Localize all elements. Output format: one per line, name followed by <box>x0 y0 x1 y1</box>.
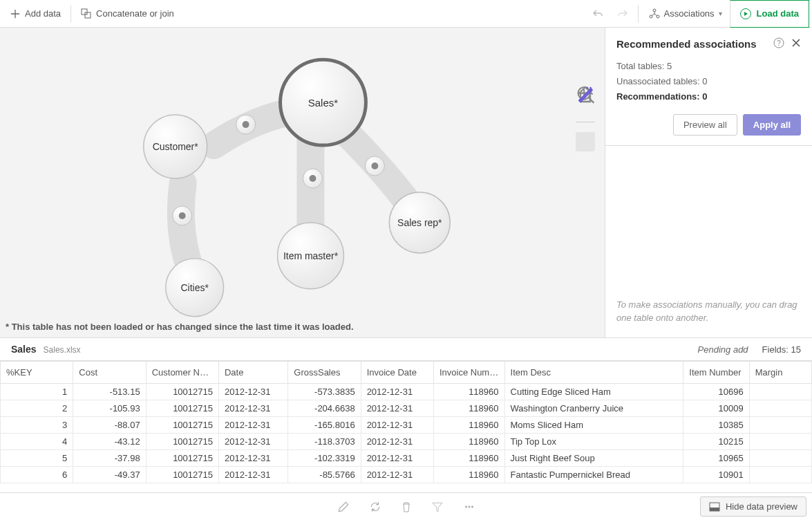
table-cell: 2012-12-31 <box>218 400 287 417</box>
table-cell <box>749 400 811 417</box>
help-icon[interactable]: ? <box>773 37 784 50</box>
table-cell: Washington Cranberry Juice <box>504 400 683 417</box>
unassociated-value: 0 <box>702 76 707 86</box>
table-cell: -204.6638 <box>288 400 361 417</box>
column-header[interactable]: Date <box>218 362 287 384</box>
tables-icon <box>81 8 92 19</box>
associations-icon <box>649 8 660 19</box>
plus-icon <box>10 8 21 19</box>
table-cell <box>749 434 811 450</box>
column-header[interactable]: Invoice Date <box>361 362 433 384</box>
table-cell: -37.98 <box>73 450 146 467</box>
table-cell: -165.8016 <box>288 417 361 434</box>
column-header[interactable]: Cost <box>73 362 146 384</box>
table-cell: Just Right Beef Soup <box>504 450 683 467</box>
preview-all-button[interactable]: Preview all <box>673 114 737 136</box>
table-cell: 2012-12-31 <box>361 467 433 483</box>
panel-hint: To make associations manually, you can d… <box>605 289 812 337</box>
table-cell: 2012-12-31 <box>361 400 433 417</box>
table-cell: 10012715 <box>146 467 218 483</box>
table-cell: 10012715 <box>146 450 218 467</box>
table-cell: Cutting Edge Sliced Ham <box>504 384 683 400</box>
preview-title: Sales <box>11 344 37 355</box>
table-row[interactable]: 3-88.07100127152012-12-31-165.80162012-1… <box>1 417 812 434</box>
table-cell: 2012-12-31 <box>218 434 287 450</box>
svg-point-22 <box>465 505 467 508</box>
svg-rect-0 <box>82 9 87 15</box>
table-cell <box>749 417 811 434</box>
magic-wand-icon[interactable] <box>576 132 595 151</box>
table-row[interactable]: 5-37.98100127152012-12-31-102.33192012-1… <box>1 450 812 467</box>
table-cell: 2012-12-31 <box>218 450 287 467</box>
table-cell: 4 <box>1 434 73 450</box>
redo-button[interactable] <box>610 4 635 24</box>
node-sales[interactable]: Sales* <box>308 97 338 109</box>
recommendations-panel: Recommended associations ? Total tables:… <box>605 28 812 337</box>
column-header[interactable]: Customer N… <box>146 362 218 384</box>
recommendations-label: Recommendations: <box>616 91 700 102</box>
table-cell: 10215 <box>683 434 749 450</box>
table-cell <box>749 467 811 483</box>
add-data-button[interactable]: Add data <box>3 4 68 24</box>
table-cell: 2012-12-31 <box>361 450 433 467</box>
separator <box>70 5 71 23</box>
concatenate-join-label: Concatenate or join <box>96 8 174 19</box>
separator <box>638 5 639 23</box>
svg-point-24 <box>471 505 473 508</box>
associations-dropdown[interactable]: Associations ▾ <box>641 3 730 24</box>
table-cell: 3 <box>1 417 73 434</box>
close-icon[interactable] <box>791 38 801 50</box>
node-cities[interactable]: Cities* <box>180 282 209 293</box>
table-cell: 118960 <box>433 450 504 467</box>
svg-point-2 <box>653 9 656 12</box>
column-header[interactable]: Item Desc <box>504 362 683 384</box>
preview-action-bar: Hide data preview <box>0 492 812 520</box>
fields-value: 15 <box>791 344 801 355</box>
table-cell: 2012-12-31 <box>361 417 433 434</box>
table-cell: -88.07 <box>73 417 146 434</box>
table-cell: 1 <box>1 384 73 400</box>
table-row[interactable]: 2-105.93100127152012-12-31-204.66382012-… <box>1 400 812 417</box>
node-sales-rep[interactable]: Sales rep* <box>397 217 442 228</box>
column-header[interactable]: GrossSales <box>288 362 361 384</box>
preview-table: %KEYCostCustomer N…DateGrossSalesInvoice… <box>0 361 812 483</box>
table-row[interactable]: 6-49.37100127152012-12-31-85.57662012-12… <box>1 467 812 483</box>
hide-data-preview-button[interactable]: Hide data preview <box>700 496 806 517</box>
svg-point-10 <box>371 162 378 169</box>
table-cell: 10385 <box>683 417 749 434</box>
more-icon[interactable] <box>463 501 475 513</box>
table-cell: 118960 <box>433 434 504 450</box>
table-cell: -573.3835 <box>288 384 361 400</box>
table-cell: -43.12 <box>73 434 146 450</box>
table-row[interactable]: 4-43.12100127152012-12-31-118.37032012-1… <box>1 434 812 450</box>
table-cell: 2012-12-31 <box>218 417 287 434</box>
column-header[interactable]: Invoice Num… <box>433 362 504 384</box>
load-data-label: Load data <box>757 8 799 19</box>
column-header[interactable]: Margin <box>749 362 811 384</box>
filter-icon[interactable] <box>431 501 444 513</box>
table-cell: 5 <box>1 450 73 467</box>
refresh-icon[interactable] <box>369 501 381 513</box>
associations-canvas[interactable]: Sales* Customer* Item master* Sales rep*… <box>0 28 605 337</box>
concatenate-join-button[interactable]: Concatenate or join <box>74 4 181 24</box>
table-cell: 10965 <box>683 450 749 467</box>
node-item-master[interactable]: Item master* <box>283 250 339 261</box>
table-cell: 10012715 <box>146 384 218 400</box>
table-cell: -513.15 <box>73 384 146 400</box>
undo-button[interactable] <box>585 4 610 24</box>
chevron-down-icon: ▾ <box>719 10 722 17</box>
load-data-button[interactable]: Load data <box>730 0 809 28</box>
table-row[interactable]: 1-513.15100127152012-12-31-573.38352012-… <box>1 384 812 400</box>
node-customer[interactable]: Customer* <box>153 141 199 152</box>
table-cell: -118.3703 <box>288 434 361 450</box>
svg-point-6 <box>243 121 249 128</box>
apply-all-button[interactable]: Apply all <box>743 114 801 136</box>
add-data-label: Add data <box>25 8 61 19</box>
column-header[interactable]: Item Number <box>683 362 749 384</box>
table-cell <box>749 450 811 467</box>
column-header[interactable]: %KEY <box>1 362 73 384</box>
table-cell: 6 <box>1 467 73 483</box>
table-cell: Tip Top Lox <box>504 434 683 450</box>
delete-icon[interactable] <box>401 501 412 513</box>
edit-icon[interactable] <box>337 501 350 513</box>
